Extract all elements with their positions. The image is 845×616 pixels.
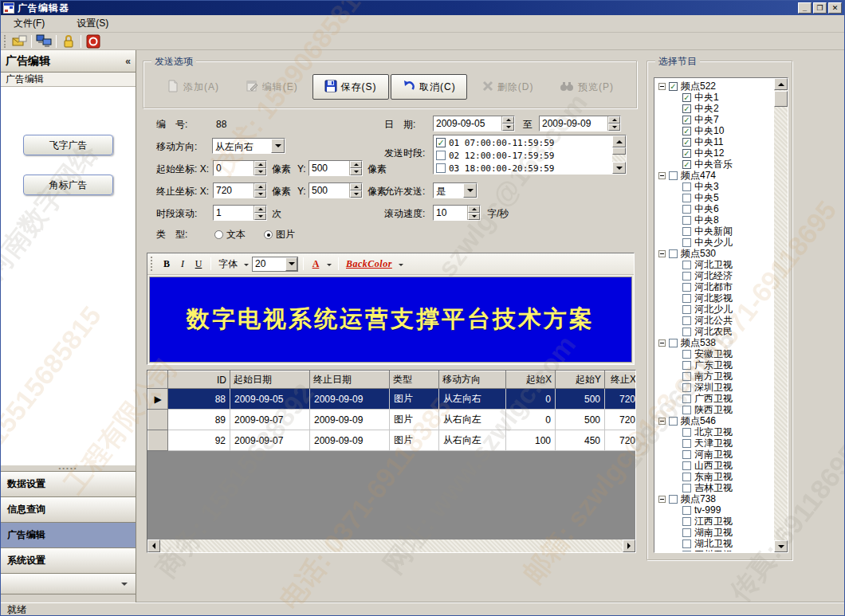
checkbox-checked-icon[interactable]: ✓: [682, 93, 691, 102]
column-header[interactable]: ID: [168, 371, 230, 389]
start-x-field[interactable]: 0: [213, 160, 267, 176]
checkbox-icon[interactable]: [682, 261, 691, 269]
font-color-button[interactable]: A: [309, 256, 323, 272]
dropdown-arrow-icon[interactable]: [463, 183, 477, 198]
scroll-right-icon[interactable]: [623, 539, 635, 552]
undo-button[interactable]: 取消(C): [391, 74, 467, 100]
scroll-thumb[interactable]: [612, 147, 626, 155]
checkbox-icon[interactable]: [682, 461, 691, 470]
allow-select[interactable]: 是: [433, 182, 478, 198]
tree-node[interactable]: 四川卫视: [658, 549, 773, 551]
scroll-left-icon[interactable]: [147, 539, 160, 552]
start-y-field[interactable]: 500: [309, 160, 363, 176]
checkbox-icon[interactable]: [682, 205, 691, 214]
checkbox-icon[interactable]: [682, 216, 691, 225]
checkbox-checked-icon[interactable]: ✓: [682, 138, 691, 147]
table-row[interactable]: ▶882009-09-052009-09-09图片从左向右0500720: [148, 389, 637, 410]
ad-table[interactable]: ID起始日期终止日期类型移动方向起始X起始Y终止X▶882009-09-0520…: [147, 371, 636, 451]
lock-icon[interactable]: [59, 33, 78, 49]
table-row[interactable]: 892009-09-072009-09-09图片从右向左0500720: [148, 410, 637, 430]
column-header[interactable]: 起始Y: [556, 371, 605, 389]
menu-settings[interactable]: 设置(S): [72, 15, 113, 32]
row-selector[interactable]: [148, 410, 168, 430]
checkbox-checked-icon[interactable]: ✓: [682, 104, 691, 113]
checkbox-icon[interactable]: [682, 272, 691, 281]
menu-file[interactable]: 文件(F): [9, 15, 49, 32]
font-size-combo[interactable]: 20: [252, 257, 298, 272]
column-header[interactable]: 终止日期: [310, 371, 390, 389]
table-row[interactable]: 922009-09-072009-09-09图片从右向左100450720: [148, 430, 637, 451]
dropdown-arrow-icon[interactable]: [327, 264, 332, 269]
column-header[interactable]: 终止X: [605, 371, 637, 389]
direction-select[interactable]: 从左向右: [212, 138, 285, 154]
network-icon[interactable]: [34, 33, 53, 49]
checkbox-icon[interactable]: [682, 517, 691, 526]
spinner-icon[interactable]: [467, 206, 480, 220]
send-period-item[interactable]: ✓01 07:00:00-11:59:59: [434, 136, 611, 149]
spinner-icon[interactable]: [254, 183, 266, 198]
tree-scrollbar[interactable]: [774, 78, 788, 552]
checkbox-icon[interactable]: [682, 450, 691, 459]
sidebar-splitter[interactable]: •••••: [1, 465, 136, 471]
spinner-icon[interactable]: [349, 183, 362, 198]
row-selector-arrow-icon[interactable]: ▶: [148, 389, 168, 410]
checkbox-icon[interactable]: [682, 528, 691, 537]
checkbox-icon[interactable]: [682, 328, 691, 336]
sidebar-item-系统设置[interactable]: 系统设置: [1, 547, 136, 573]
checkbox-icon[interactable]: [669, 417, 678, 426]
column-header[interactable]: 移动方向: [439, 371, 506, 389]
underline-button[interactable]: U: [191, 256, 206, 272]
roll-field[interactable]: 1: [213, 205, 267, 221]
checkbox-icon[interactable]: [669, 171, 678, 180]
checkbox-icon[interactable]: [682, 473, 691, 481]
row-selector[interactable]: [148, 430, 168, 451]
corner-ad-button[interactable]: 角标广告: [23, 175, 113, 195]
collapse-minus-icon[interactable]: [658, 339, 666, 347]
spinner-icon[interactable]: [254, 206, 266, 220]
checkbox-icon[interactable]: [669, 495, 678, 504]
checkbox-icon[interactable]: [682, 394, 691, 403]
italic-button[interactable]: I: [175, 256, 190, 272]
column-header[interactable]: 起始X: [506, 371, 556, 389]
checkbox-checked-icon[interactable]: ✓: [436, 138, 446, 147]
dropdown-arrow-icon[interactable]: [271, 139, 285, 153]
scroll-up-icon[interactable]: [612, 135, 626, 147]
collapse-minus-icon[interactable]: [658, 172, 666, 179]
column-header[interactable]: 起始日期: [230, 371, 310, 389]
checkbox-icon[interactable]: [682, 283, 691, 292]
bold-button[interactable]: B: [159, 256, 174, 272]
spinner-icon[interactable]: [254, 161, 266, 175]
send-period-item[interactable]: 03 18:00:00-20:59:59: [434, 162, 611, 173]
fly-ad-button[interactable]: 飞字广告: [23, 135, 113, 155]
checkbox-icon[interactable]: [682, 227, 691, 236]
dropdown-arrow-icon[interactable]: [399, 264, 403, 269]
date-to-field[interactable]: 2009-09-09: [539, 116, 621, 131]
dropdown-arrow-icon[interactable]: [285, 257, 297, 271]
checkbox-icon[interactable]: [682, 484, 691, 492]
tree-node-root[interactable]: 频点738: [658, 493, 773, 504]
send-period-item[interactable]: 02 12:00:00-17:59:59: [434, 149, 611, 162]
checkbox-icon[interactable]: [682, 350, 691, 359]
checkbox-icon[interactable]: [682, 428, 691, 437]
checkbox-checked-icon[interactable]: ✓: [669, 82, 678, 91]
checkbox-icon[interactable]: [682, 305, 691, 314]
checkbox-icon[interactable]: [669, 249, 678, 258]
speed-field[interactable]: 10: [433, 205, 481, 221]
date-from-field[interactable]: 2009-09-05: [433, 116, 515, 131]
ad-preview-canvas[interactable]: 数字电视系统运营支撑平台技术方案: [149, 277, 632, 363]
save-button[interactable]: 保存(S): [312, 74, 389, 100]
program-tree[interactable]: ✓频点522✓中央1✓中央2✓中央7✓中央10✓中央11✓中央12✓中央音乐频点…: [655, 79, 773, 551]
backcolor-button[interactable]: BackColor: [344, 256, 395, 272]
checkbox-icon[interactable]: [682, 316, 691, 325]
send-period-list[interactable]: ✓01 07:00:00-11:59:5902 12:00:00-17:59:5…: [433, 135, 627, 175]
dropdown-arrow-icon[interactable]: [244, 264, 249, 269]
checkbox-checked-icon[interactable]: ✓: [682, 149, 691, 158]
checkbox-checked-icon[interactable]: ✓: [682, 160, 691, 169]
restore-icon[interactable]: ❐: [813, 2, 827, 14]
checkbox-icon[interactable]: [682, 539, 691, 548]
checkbox-icon[interactable]: [669, 339, 678, 347]
spinner-icon[interactable]: [349, 161, 362, 175]
type-option-text[interactable]: 文本: [214, 227, 246, 241]
checkbox-icon[interactable]: [682, 372, 691, 381]
checkbox-icon[interactable]: [682, 238, 691, 247]
